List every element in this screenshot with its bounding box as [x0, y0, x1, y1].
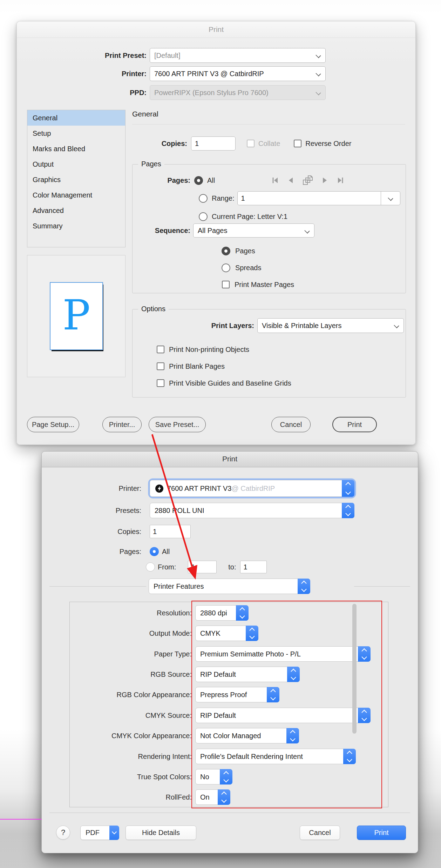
feature-label: Output Mode:: [76, 629, 192, 637]
pages-group-legend: Pages: [138, 160, 164, 168]
printer-dropdown[interactable]: 7600 ART PRINT V3 @ CatbirdRIP: [150, 66, 326, 81]
pages-all-label: All: [162, 548, 170, 556]
first-page-icon[interactable]: [271, 176, 279, 185]
ppd-dropdown: PowerRIPX (Epson Stylus Pro 7600): [150, 85, 326, 100]
print-layers-dropdown[interactable]: Visible & Printable Layers: [257, 318, 404, 333]
feature-label: CMYK Source:: [76, 712, 192, 720]
range-label: Range:: [212, 194, 235, 202]
print-master-pages-label: Print Master Pages: [235, 281, 294, 289]
pane-selector-popup[interactable]: Printer Features: [149, 579, 310, 594]
current-page-label: Current Page: Letter V:1: [212, 213, 287, 221]
cancel-button[interactable]: Cancel: [271, 417, 311, 432]
feature-label: CMYK Color Appearance:: [76, 732, 192, 740]
divider: [132, 124, 405, 125]
presets-popup[interactable]: 2880 ROLL UNI: [150, 503, 354, 518]
pages-stack-icon: [302, 174, 314, 186]
pages-all-radio[interactable]: [150, 547, 159, 556]
range-dropdown-button[interactable]: [381, 192, 400, 205]
copies-input[interactable]: [191, 136, 236, 151]
current-page-radio[interactable]: [199, 212, 208, 221]
last-page-icon[interactable]: [336, 176, 345, 185]
cancel-button[interactable]: Cancel: [300, 826, 340, 840]
sequence-dropdown[interactable]: All Pages: [193, 223, 314, 238]
save-preset-button[interactable]: Save Preset...: [149, 417, 206, 432]
collate-label: Collate: [258, 140, 280, 148]
sidebar-item-color-management[interactable]: Color Management: [27, 187, 125, 203]
next-page-icon[interactable]: [321, 176, 328, 185]
sequence-pages-label: Pages: [235, 247, 255, 255]
page-letter: P: [62, 294, 90, 336]
options-group-legend: Options: [138, 305, 169, 313]
sidebar-item-output[interactable]: Output: [27, 156, 125, 172]
range-combo[interactable]: [237, 191, 400, 205]
printer-label: Printer:: [49, 485, 141, 493]
help-button[interactable]: ?: [56, 826, 70, 840]
print-blank-pages-label: Print Blank Pages: [169, 362, 225, 370]
ppd-value: PowerRIPX (Epson Stylus Pro 7600): [154, 89, 269, 97]
print-nonprinting-label: Print Non-printing Objects: [169, 346, 249, 354]
presets-value: 2880 ROLL UNI: [155, 507, 204, 515]
copies-label: Copies:: [49, 528, 141, 536]
feature-label: RGB Color Appearance:: [76, 691, 192, 699]
print-nonprinting-checkbox[interactable]: [157, 346, 164, 353]
dialog-title: Print: [17, 25, 415, 34]
from-input[interactable]: [188, 561, 217, 573]
print-guides-checkbox[interactable]: [157, 379, 164, 387]
page-setup-button[interactable]: Page Setup...: [27, 417, 79, 432]
pages-range-radio[interactable]: [199, 194, 208, 203]
stepper-icon: [342, 480, 354, 497]
chevron-down-icon: [316, 71, 321, 76]
settings-pane-list: General Setup Marks and Bleed Output Gra…: [27, 110, 125, 247]
sidebar-item-advanced[interactable]: Advanced: [27, 203, 125, 218]
print-layers-value: Visible & Printable Layers: [262, 322, 342, 330]
page-preview: P: [27, 255, 125, 377]
pages-label: Pages:: [133, 176, 194, 185]
pdf-menu-button[interactable]: PDF: [80, 826, 119, 840]
sequence-label: Sequence:: [133, 227, 193, 235]
indesign-print-dialog: Print Print Preset: [Default] Printer: 7…: [16, 21, 416, 445]
dialog-titlebar[interactable]: Print: [42, 452, 418, 467]
sidebar-item-summary[interactable]: Summary: [27, 218, 125, 234]
printer-value: 7600 ART PRINT V3 @ CatbirdRIP: [154, 70, 264, 78]
feature-label: Resolution:: [76, 609, 192, 617]
copies-input[interactable]: [150, 525, 191, 538]
collate-checkbox: [247, 140, 255, 147]
print-preset-value: [Default]: [154, 52, 180, 60]
sequence-value: All Pages: [198, 227, 228, 235]
reverse-order-label: Reverse Order: [305, 140, 351, 148]
hide-details-button[interactable]: Hide Details: [125, 826, 196, 840]
print-preset-label: Print Preset:: [17, 52, 150, 60]
from-label: From:: [158, 563, 176, 571]
pages-range-radio[interactable]: [146, 562, 155, 572]
sidebar-item-setup[interactable]: Setup: [27, 126, 125, 141]
sequence-pages-radio[interactable]: [222, 247, 230, 255]
print-master-pages-checkbox[interactable]: [222, 281, 230, 288]
pane-selector-value: Printer Features: [154, 582, 204, 590]
printer-button[interactable]: Printer...: [102, 417, 142, 432]
sidebar-item-general[interactable]: General: [27, 110, 125, 126]
print-layers-label: Print Layers:: [133, 322, 257, 330]
range-input[interactable]: [238, 192, 381, 205]
print-button[interactable]: Print: [357, 826, 406, 840]
previous-page-icon[interactable]: [287, 176, 294, 185]
copies-label: Copies:: [132, 140, 191, 148]
print-blank-pages-checkbox[interactable]: [157, 362, 164, 370]
printer-name: 7600 ART PRINT V3: [167, 485, 231, 493]
printer-popup[interactable]: 7600 ART PRINT V3 @ CatbirdRIP: [150, 480, 354, 497]
presets-label: Presets:: [49, 507, 141, 515]
pages-all-radio[interactable]: [194, 176, 203, 185]
reverse-order-checkbox[interactable]: [294, 140, 301, 147]
stepper-icon: [342, 503, 354, 518]
dialog-titlebar[interactable]: Print: [17, 21, 415, 38]
dialog-title: Print: [42, 455, 418, 463]
sidebar-item-graphics[interactable]: Graphics: [27, 172, 125, 187]
to-input[interactable]: [240, 561, 267, 573]
spreads-radio[interactable]: [222, 263, 230, 272]
sidebar-item-marks-and-bleed[interactable]: Marks and Bleed: [27, 141, 125, 156]
chevron-down-icon: [388, 195, 393, 201]
to-label: to:: [228, 563, 236, 571]
page-thumbnail: P: [50, 282, 103, 350]
print-preset-dropdown[interactable]: [Default]: [150, 48, 326, 63]
print-button[interactable]: Print: [332, 417, 377, 432]
feature-label: True Spot Colors:: [76, 773, 192, 781]
